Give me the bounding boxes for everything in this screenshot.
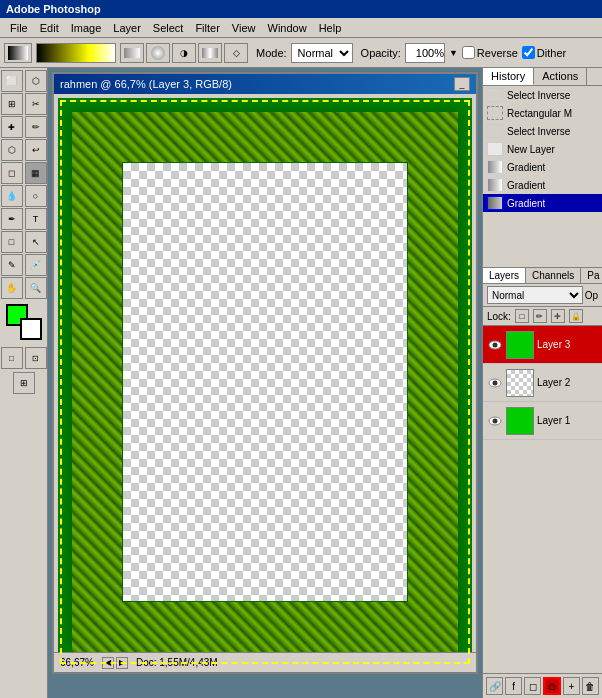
history-item[interactable]: Rectangular M [483, 104, 602, 122]
dither-checkbox-label[interactable]: Dither [522, 46, 566, 59]
nav-left-btn[interactable]: ◀ [102, 657, 114, 669]
menu-view[interactable]: View [226, 20, 262, 36]
gradient-radial[interactable] [146, 43, 170, 63]
eraser-tool[interactable]: ◻ [1, 162, 23, 184]
history-item[interactable]: Gradient [483, 176, 602, 194]
history-item[interactable]: Select Inverse [483, 86, 602, 104]
zoom-tool[interactable]: 🔍 [25, 277, 47, 299]
menu-select[interactable]: Select [147, 20, 190, 36]
tab-pages[interactable]: Pa [581, 268, 602, 283]
reverse-checkbox[interactable] [462, 46, 475, 59]
tab-channels[interactable]: Channels [526, 268, 581, 283]
history-icon [487, 178, 503, 192]
link-layers-btn[interactable]: 🔗 [486, 677, 503, 695]
rectangular-marquee-tool[interactable]: ⬜ [1, 70, 23, 92]
layer-1-thumbnail [506, 407, 534, 435]
canvas-content[interactable] [58, 98, 472, 666]
zoom-level: 66,67% [60, 657, 94, 668]
lasso-tool[interactable]: ⬡ [25, 70, 47, 92]
layer-3-eye[interactable] [487, 337, 503, 353]
brush-tool[interactable]: ✏ [25, 116, 47, 138]
reverse-checkbox-label[interactable]: Reverse [462, 46, 518, 59]
new-fill-layer-btn[interactable]: ⊙ [543, 677, 560, 695]
history-brush-tool[interactable]: ↩ [25, 139, 47, 161]
layers-list: Layer 3 Layer 2 Layer 1 [483, 326, 602, 673]
background-color[interactable] [20, 318, 42, 340]
layer-2-eye[interactable] [487, 375, 503, 391]
canvas-titlebar: rahmen @ 66,7% (Layer 3, RGB/8) _ [54, 74, 476, 94]
tab-actions[interactable]: Actions [534, 68, 587, 85]
standard-mode[interactable]: □ [1, 347, 23, 369]
svg-point-1 [493, 342, 498, 347]
layer-mask-btn[interactable]: ◻ [524, 677, 541, 695]
blur-tool[interactable]: 💧 [1, 185, 23, 207]
menu-image[interactable]: Image [65, 20, 108, 36]
menu-window[interactable]: Window [262, 20, 313, 36]
menu-help[interactable]: Help [313, 20, 348, 36]
quickmask-mode[interactable]: ⊡ [25, 347, 47, 369]
reverse-label: Reverse [477, 47, 518, 59]
lock-all-btn[interactable]: 🔒 [569, 309, 583, 323]
menu-layer[interactable]: Layer [107, 20, 147, 36]
history-icon [487, 196, 503, 210]
history-item[interactable]: Gradient [483, 158, 602, 176]
history-label: New Layer [507, 144, 555, 155]
gradient-presets: ◑ ◇ [120, 43, 248, 63]
title-bar: Adobe Photoshop [0, 0, 602, 18]
stamp-tool[interactable]: ⬡ [1, 139, 23, 161]
layer-item-2[interactable]: Layer 2 [483, 364, 602, 402]
svg-point-5 [493, 418, 498, 423]
delete-layer-btn[interactable]: 🗑 [582, 677, 599, 695]
path-select-tool[interactable]: ↖ [25, 231, 47, 253]
new-layer-btn[interactable]: + [563, 677, 580, 695]
layer-item-1[interactable]: Layer 1 [483, 402, 602, 440]
gradient-angle[interactable]: ◑ [172, 43, 196, 63]
gradient-linear[interactable] [120, 43, 144, 63]
layer-opacity-label: Op [585, 290, 598, 301]
lock-label: Lock: [487, 311, 511, 322]
layer-style-btn[interactable]: f [505, 677, 522, 695]
layer-blend-mode[interactable]: Normal [487, 286, 583, 304]
mode-dropdown[interactable]: Normal [291, 43, 353, 63]
eyedropper-tool[interactable]: 💉 [25, 254, 47, 276]
tab-history[interactable]: History [483, 68, 534, 85]
notes-tool[interactable]: ✎ [1, 254, 23, 276]
canvas-minimize-btn[interactable]: _ [454, 77, 470, 91]
mode-buttons: □ ⊡ [1, 347, 47, 369]
slice-tool[interactable]: ✂ [25, 93, 47, 115]
opacity-input[interactable] [405, 43, 445, 63]
tab-layers[interactable]: Layers [483, 268, 526, 283]
history-item[interactable]: New Layer [483, 140, 602, 158]
pen-tool[interactable]: ✒ [1, 208, 23, 230]
lock-move-btn[interactable]: ✛ [551, 309, 565, 323]
text-tool[interactable]: T [25, 208, 47, 230]
lock-paint-btn[interactable]: ✏ [533, 309, 547, 323]
gradient-diamond[interactable]: ◇ [224, 43, 248, 63]
heal-tool[interactable]: ✚ [1, 116, 23, 138]
gradient-picker[interactable] [36, 43, 116, 63]
right-panel: History Actions Select Inverse Rectangul… [482, 68, 602, 698]
history-item-active[interactable]: Gradient [483, 194, 602, 212]
dodge-tool[interactable]: ○ [25, 185, 47, 207]
layer-2-thumbnail [506, 369, 534, 397]
menu-file[interactable]: File [4, 20, 34, 36]
lock-transparency-btn[interactable]: □ [515, 309, 529, 323]
tool-group-select: ⬜ ⬡ [1, 70, 47, 92]
layer-item-3[interactable]: Layer 3 [483, 326, 602, 364]
gradient-reflected[interactable] [198, 43, 222, 63]
layer-1-eye[interactable] [487, 413, 503, 429]
screen-mode-btn[interactable]: ⊞ [13, 372, 35, 394]
history-item[interactable]: Select Inverse [483, 122, 602, 140]
dither-checkbox[interactable] [522, 46, 535, 59]
shape-tool[interactable]: □ [1, 231, 23, 253]
menu-filter[interactable]: Filter [189, 20, 225, 36]
gradient-preview-small[interactable] [4, 43, 32, 63]
history-icon [487, 124, 503, 138]
nav-right-btn[interactable]: ▶ [116, 657, 128, 669]
menu-edit[interactable]: Edit [34, 20, 65, 36]
gradient-tool[interactable]: ▦ [25, 162, 47, 184]
crop-tool[interactable]: ⊞ [1, 93, 23, 115]
tools-panel: ⬜ ⬡ ⊞ ✂ ✚ ✏ ⬡ ↩ ◻ ▦ 💧 ○ ✒ T □ ↖ [0, 68, 48, 698]
transparent-area [123, 163, 407, 601]
hand-tool[interactable]: ✋ [1, 277, 23, 299]
